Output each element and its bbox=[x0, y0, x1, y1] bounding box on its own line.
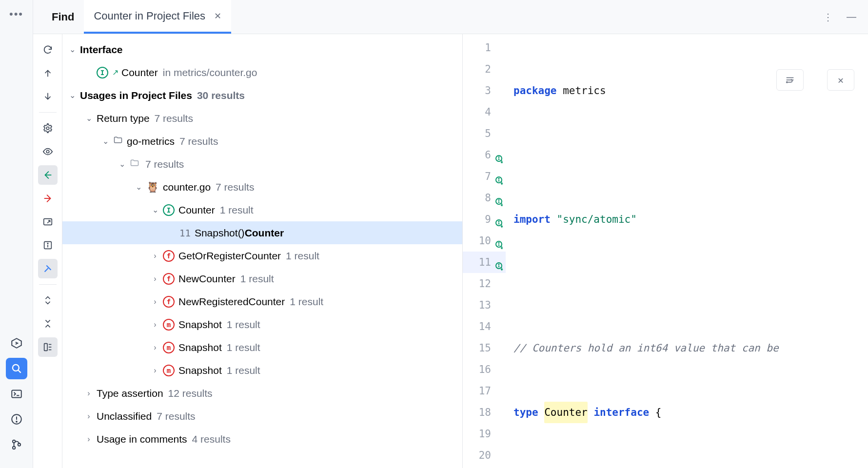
pin-icon[interactable] bbox=[38, 259, 58, 278]
find-tab[interactable]: Find bbox=[42, 0, 84, 34]
tree-node-type-assertion[interactable]: ›Type assertion12 results bbox=[62, 382, 462, 405]
tree-node-go-metrics[interactable]: ⌄go-metrics7 results bbox=[62, 130, 462, 153]
minimize-icon[interactable]: — bbox=[847, 11, 856, 22]
problems-icon[interactable] bbox=[6, 409, 27, 430]
chevron-right-icon: › bbox=[149, 252, 161, 260]
open-in-editor-icon[interactable] bbox=[38, 212, 58, 232]
chevron-right-icon: › bbox=[149, 343, 161, 352]
jump-icon: ↗ bbox=[112, 68, 118, 77]
close-tab-icon[interactable]: ✕ bbox=[214, 11, 221, 21]
preview-icon[interactable] bbox=[38, 142, 58, 161]
module-folder-icon bbox=[113, 135, 123, 147]
svg-text:I: I bbox=[497, 156, 500, 161]
tree-node-snapshot-m1[interactable]: ›mSnapshot1 result bbox=[62, 313, 462, 336]
services-icon[interactable] bbox=[6, 332, 27, 354]
svg-text:I: I bbox=[497, 177, 500, 182]
svg-point-14 bbox=[46, 150, 49, 153]
group-by-icon[interactable] bbox=[38, 337, 58, 357]
svg-text:I: I bbox=[497, 199, 500, 204]
tree-node-counter-iface[interactable]: ⌄ICounter1 result bbox=[62, 198, 462, 221]
implements-gutter-icon[interactable]: I bbox=[495, 150, 505, 160]
implements-gutter-icon[interactable]: I bbox=[495, 236, 505, 246]
info-icon[interactable] bbox=[38, 235, 58, 255]
function-badge-icon: f bbox=[163, 250, 175, 262]
tree-node-folder[interactable]: ⌄7 results bbox=[62, 153, 462, 176]
terminal-icon[interactable] bbox=[6, 383, 27, 405]
find-tool-icon[interactable] bbox=[6, 358, 27, 379]
code-content[interactable]: package metrics import "sync/atomic" // … bbox=[510, 34, 868, 468]
svg-line-22 bbox=[44, 268, 48, 272]
tree-node-interface-item[interactable]: I↗Counterin metrics/counter.go bbox=[62, 61, 462, 84]
current-search-tab[interactable]: Counter in Project Files ✕ bbox=[84, 0, 231, 34]
interface-badge-icon: I bbox=[163, 204, 175, 216]
gutter: 1 2 3 4 5 6I 7I 8I 9I 10I 11I 12 13 14 1… bbox=[463, 34, 510, 468]
implements-gutter-icon[interactable]: I bbox=[495, 172, 505, 181]
tree-node-unclassified[interactable]: ›Unclassified7 results bbox=[62, 405, 462, 428]
function-badge-icon: f bbox=[163, 273, 175, 285]
export-icon[interactable] bbox=[38, 165, 58, 185]
soft-wrap-icon[interactable] bbox=[776, 69, 804, 91]
svg-rect-3 bbox=[12, 390, 21, 397]
settings-icon[interactable] bbox=[38, 118, 58, 138]
svg-point-8 bbox=[12, 440, 15, 443]
chevron-down-icon: ⌄ bbox=[133, 182, 144, 192]
svg-point-13 bbox=[46, 127, 49, 130]
chevron-right-icon: › bbox=[83, 435, 95, 444]
method-badge-icon: m bbox=[163, 319, 175, 331]
chevron-right-icon: › bbox=[149, 297, 161, 306]
close-preview-icon[interactable]: ✕ bbox=[827, 69, 854, 91]
current-search-tab-label: Counter in Project Files bbox=[94, 10, 205, 22]
chevron-right-icon: › bbox=[83, 412, 95, 421]
left-sidebar: ••• bbox=[0, 0, 33, 468]
tree-node-usages[interactable]: ⌄Usages in Project Files30 results bbox=[62, 84, 462, 107]
svg-point-1 bbox=[12, 365, 19, 371]
tree-node-interface[interactable]: ⌄Interface bbox=[62, 38, 462, 61]
tab-options-icon[interactable]: ⋮ bbox=[823, 11, 833, 23]
svg-rect-17 bbox=[43, 219, 52, 225]
chevron-right-icon: › bbox=[149, 274, 161, 283]
usages-tree[interactable]: ⌄Interface I↗Counterin metrics/counter.g… bbox=[62, 34, 462, 468]
svg-point-9 bbox=[12, 447, 15, 449]
svg-text:I: I bbox=[497, 220, 500, 225]
implements-gutter-icon[interactable]: I bbox=[495, 214, 505, 224]
more-menu-icon[interactable]: ••• bbox=[9, 8, 23, 20]
implements-gutter-icon[interactable]: I bbox=[495, 193, 505, 203]
method-badge-icon: m bbox=[163, 365, 175, 376]
svg-point-7 bbox=[16, 421, 17, 422]
tree-node-snapshot-m2[interactable]: ›mSnapshot1 result bbox=[62, 336, 462, 359]
chevron-right-icon: › bbox=[149, 366, 161, 375]
expand-all-icon[interactable] bbox=[38, 291, 58, 310]
preview-editor[interactable]: 1 2 3 4 5 6I 7I 8I 9I 10I 11I 12 13 14 1… bbox=[462, 34, 868, 468]
svg-line-2 bbox=[18, 370, 20, 372]
tree-node-newregistered[interactable]: ›fNewRegisteredCounter1 result bbox=[62, 290, 462, 313]
function-badge-icon: f bbox=[163, 296, 175, 308]
svg-text:I: I bbox=[497, 263, 500, 268]
chevron-right-icon: › bbox=[149, 320, 161, 329]
import-icon[interactable] bbox=[38, 189, 58, 208]
svg-text:I: I bbox=[497, 242, 500, 247]
tree-node-usage-comments[interactable]: ›Usage in comments4 results bbox=[62, 428, 462, 450]
vcs-icon[interactable] bbox=[6, 434, 27, 455]
prev-occurrence-icon[interactable] bbox=[38, 63, 58, 83]
tool-window-tabs: Find Counter in Project Files ✕ ⋮ — bbox=[33, 0, 868, 34]
collapse-all-icon[interactable] bbox=[38, 314, 58, 333]
tree-node-snapshot-usage[interactable]: 11Snapshot() Counter bbox=[62, 221, 462, 244]
tree-node-snapshot-m3[interactable]: ›mSnapshot1 result bbox=[62, 359, 462, 382]
tree-node-return-type[interactable]: ⌄Return type7 results bbox=[62, 107, 462, 130]
tree-node-getorregister[interactable]: ›fGetOrRegisterCounter1 result bbox=[62, 244, 462, 267]
svg-point-21 bbox=[47, 243, 48, 244]
tree-node-newcounter[interactable]: ›fNewCounter1 result bbox=[62, 267, 462, 290]
chevron-down-icon: ⌄ bbox=[66, 91, 78, 100]
chevron-down-icon: ⌄ bbox=[66, 45, 78, 54]
go-file-icon: 🦉 bbox=[146, 181, 159, 193]
method-badge-icon: m bbox=[163, 342, 175, 353]
chevron-down-icon: ⌄ bbox=[116, 159, 128, 169]
refresh-icon[interactable] bbox=[38, 40, 58, 59]
next-occurrence-icon[interactable] bbox=[38, 87, 58, 106]
tree-node-counter-go[interactable]: ⌄🦉counter.go7 results bbox=[62, 176, 462, 198]
interface-badge-icon: I bbox=[97, 67, 108, 78]
chevron-down-icon: ⌄ bbox=[149, 205, 161, 214]
find-toolbar bbox=[33, 34, 62, 468]
chevron-down-icon: ⌄ bbox=[83, 114, 95, 123]
implements-gutter-icon[interactable]: I bbox=[495, 257, 505, 267]
